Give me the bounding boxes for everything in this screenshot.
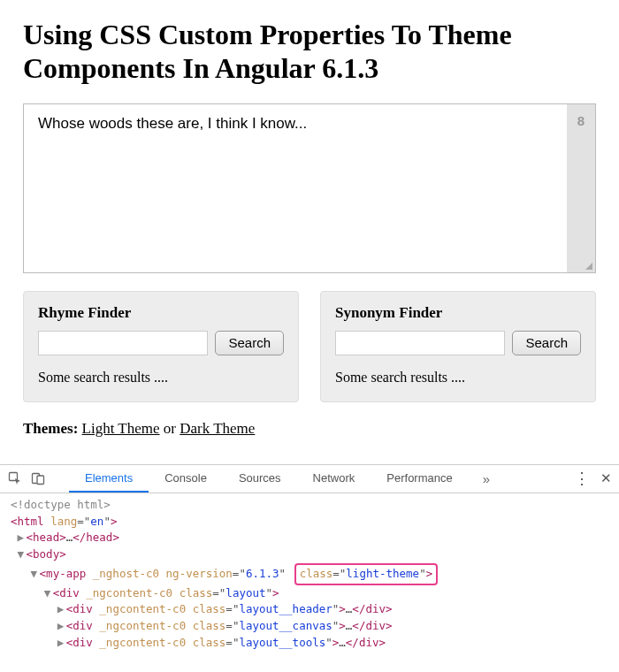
code-div2c: div [365, 602, 386, 615]
tab-elements[interactable]: Elements [69, 464, 149, 493]
rhyme-finder-results: Some search results .... [38, 370, 284, 386]
more-tabs-icon[interactable]: » [483, 471, 490, 486]
code-nghost: _nghost-c0 [93, 567, 159, 580]
rhyme-finder-search-button[interactable]: Search [215, 331, 284, 355]
code-class1: class [180, 586, 213, 599]
code-div3: div [73, 619, 93, 632]
code-class2: class [193, 602, 226, 615]
code-layout-val: layout [225, 586, 265, 599]
themes-label: Themes: [23, 420, 78, 437]
tab-console[interactable]: Console [149, 464, 223, 493]
devtools-toolbar: Elements Console Sources Network Perform… [0, 465, 619, 493]
code-div4c: div [359, 636, 379, 649]
code-ngc4: _ngcontent-c0 [99, 636, 186, 649]
themes-or: or [164, 420, 180, 437]
device-toggle-icon[interactable] [30, 470, 46, 486]
dark-theme-link[interactable]: Dark Theme [180, 420, 255, 437]
code-html-lang: en [90, 515, 103, 528]
devtools-panel: Elements Console Sources Network Perform… [0, 464, 619, 657]
code-layout-tools: layout__tools [239, 636, 325, 649]
rhyme-finder-input[interactable] [38, 331, 208, 355]
code-lighttheme-val: light-theme [346, 567, 419, 580]
synonym-finder-results: Some search results .... [335, 370, 581, 386]
synonym-finder-search-button[interactable]: Search [512, 331, 581, 355]
synonym-finder-row: Search [335, 331, 581, 355]
devtools-tabs: Elements Console Sources Network Perform… [69, 464, 469, 493]
resize-handle-icon[interactable] [585, 263, 592, 270]
code-ngversion-val: 6.1.3 [246, 567, 279, 580]
code-html-tag: html [18, 515, 44, 528]
rhyme-finder-panel: Rhyme Finder Search Some search results … [23, 291, 299, 402]
code-class4: class [193, 636, 226, 649]
code-ngversion-attr: ng-version [166, 567, 233, 580]
rhyme-finder-row: Search [38, 331, 284, 355]
code-ngc2: _ngcontent-c0 [99, 602, 186, 615]
kebab-menu-icon[interactable]: ⋮ [574, 469, 588, 488]
highlighted-attribute: class="light-theme"> [294, 563, 439, 585]
code-class3: class [193, 619, 226, 632]
close-icon[interactable]: ✕ [600, 470, 612, 486]
code-ngc1: _ngcontent-c0 [86, 586, 172, 599]
finders-row: Rhyme Finder Search Some search results … [23, 291, 596, 402]
elements-tree[interactable]: <!doctype html> <html lang="en"> ▶<head>… [0, 493, 619, 657]
code-html-attr: lang [50, 515, 77, 528]
editor-textarea[interactable] [24, 104, 567, 272]
light-theme-link[interactable]: Light Theme [82, 420, 160, 437]
code-head: head [33, 531, 59, 544]
code-doctype: <!doctype html> [11, 498, 111, 511]
synonym-finder-input[interactable] [335, 331, 505, 355]
code-ngc3: _ngcontent-c0 [99, 619, 186, 632]
synonym-finder-panel: Synonym Finder Search Some search result… [320, 291, 596, 402]
code-myapp: my-app [46, 567, 86, 580]
code-body: body [33, 547, 59, 561]
devtools-toolbar-right: ⋮ ✕ [574, 469, 612, 488]
synonym-finder-title: Synonym Finder [335, 304, 581, 322]
code-layout-canvas: layout__canvas [239, 619, 332, 632]
rhyme-finder-title: Rhyme Finder [38, 304, 284, 322]
code-div1: div [59, 586, 80, 599]
inspect-icon[interactable] [7, 470, 23, 486]
code-div4: div [73, 636, 93, 649]
code-class-attr: class [300, 567, 333, 580]
code-head-close: head [86, 531, 112, 544]
tab-performance[interactable]: Performance [371, 464, 468, 493]
code-layout-header: layout__header [239, 602, 332, 615]
page-title: Using CSS Custom Properties To Theme Com… [23, 18, 596, 86]
code-div2: div [73, 602, 93, 615]
editor-box: 8 [23, 103, 596, 273]
tab-sources[interactable]: Sources [223, 464, 297, 493]
themes-line: Themes: Light Theme or Dark Theme [23, 420, 596, 438]
code-div3c: div [365, 619, 386, 632]
svg-rect-2 [37, 476, 44, 485]
word-count: 8 [567, 104, 595, 272]
tab-network[interactable]: Network [297, 464, 371, 493]
